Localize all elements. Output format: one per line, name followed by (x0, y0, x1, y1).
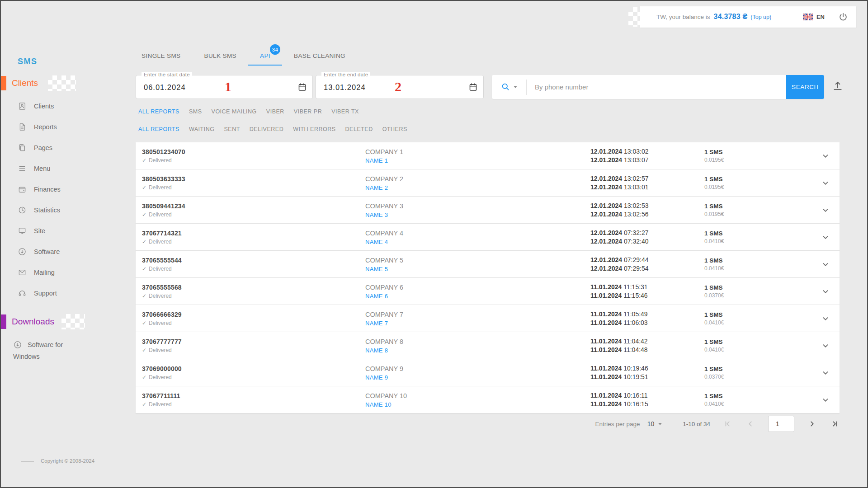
report-row[interactable]: 380503633333 ✓Delivered COMPANY 2 NAME 2… (136, 169, 840, 197)
tab-bulk-sms[interactable]: BULK SMS (193, 46, 248, 66)
page-number-input[interactable] (768, 416, 794, 432)
sidebar-item-software-for-windows[interactable]: Software for Windows (13, 339, 81, 362)
sms-count: 1 SMS (704, 311, 724, 318)
report-row[interactable]: 37065555568 ✓Delivered COMPANY 6 NAME 6 … (136, 278, 840, 305)
next-page-button[interactable] (807, 419, 817, 429)
filter-waiting[interactable]: WAITING (189, 126, 215, 132)
sidebar-item-software[interactable]: Software (1, 241, 127, 262)
filter-voice-mailing[interactable]: VOICE MAILING (212, 108, 257, 115)
first-page-button[interactable] (723, 419, 733, 429)
last-page-icon (830, 419, 840, 429)
sidebar-item-statistics[interactable]: Statistics (1, 200, 127, 221)
row-expand-button[interactable] (821, 151, 830, 161)
app-viewport: TW, your balance is 34.3783 ₴ (Top up) E… (0, 0, 868, 488)
sidebar-section-clients[interactable]: Clients (1, 76, 76, 90)
row-expand-button[interactable] (821, 341, 830, 351)
start-date-value[interactable]: 06.01.2024 (144, 83, 186, 91)
tab-api[interactable]: API 34 (248, 46, 282, 66)
report-row[interactable]: 37065555544 ✓Delivered COMPANY 5 NAME 5 … (136, 251, 840, 278)
row-expand-button[interactable] (821, 286, 830, 296)
chevron-down-icon (821, 314, 830, 324)
start-date-picker-button[interactable] (297, 82, 307, 92)
top-bar: TW, your balance is 34.3783 ₴ (Top up) E… (640, 6, 856, 28)
filter-all-reports[interactable]: ALL REPORTS (138, 108, 179, 115)
filter-all-reports[interactable]: ALL REPORTS (138, 126, 179, 132)
brand-sms[interactable]: SMS (18, 57, 38, 66)
row-expand-button[interactable] (821, 205, 830, 215)
sms-price: 0.0410€ (704, 265, 724, 272)
report-row[interactable]: 37067777777 ✓Delivered COMPANY 8 NAME 8 … (136, 332, 840, 359)
search-input[interactable] (527, 75, 786, 99)
row-expand-button[interactable] (821, 178, 830, 188)
filter-sms[interactable]: SMS (189, 108, 202, 115)
sidebar-section-downloads[interactable]: Downloads (1, 314, 85, 329)
phone-number: 380503633333 (142, 175, 185, 183)
check-icon: ✓ (142, 266, 146, 272)
start-date-field[interactable]: Enter the start date 06.01.2024 1 (136, 75, 313, 99)
report-row[interactable]: 380509441234 ✓Delivered COMPANY 3 NAME 3… (136, 197, 840, 224)
per-page-select[interactable]: 10 (647, 420, 662, 427)
sidebar-item-menu[interactable]: Menu (1, 158, 127, 179)
report-row[interactable]: 380501234070 ✓Delivered COMPANY 1 NAME 1… (136, 142, 840, 169)
sender-name-link[interactable]: NAME 4 (365, 238, 403, 245)
report-row[interactable]: 37066666329 ✓Delivered COMPANY 7 NAME 7 … (136, 305, 840, 332)
report-row[interactable]: 37069000000 ✓Delivered COMPANY 9 NAME 9 … (136, 359, 840, 386)
language-switcher[interactable]: EN (803, 14, 825, 20)
chevron-down-icon (821, 178, 830, 188)
tab-base-cleaning[interactable]: BASE CLEANING (282, 46, 357, 66)
phone-cell: 380509441234 ✓Delivered (142, 202, 185, 218)
filter-deleted[interactable]: DELETED (345, 126, 373, 132)
chevron-down-icon (514, 86, 517, 88)
row-expand-button[interactable] (821, 259, 830, 269)
topup-link[interactable]: (Top up) (750, 14, 771, 20)
sender-name-link[interactable]: NAME 7 (365, 319, 403, 326)
filter-viber-pr[interactable]: VIBER PR (294, 108, 322, 115)
filter-sent[interactable]: SENT (224, 126, 240, 132)
sender-name-link[interactable]: NAME 6 (365, 292, 403, 299)
row-expand-button[interactable] (821, 368, 830, 378)
sender-name-link[interactable]: NAME 8 (365, 347, 403, 353)
export-upload-button[interactable] (832, 80, 846, 94)
sidebar-item-pages[interactable]: Pages (1, 137, 127, 158)
row-expand-button[interactable] (821, 395, 830, 405)
sender-name-link[interactable]: NAME 5 (365, 265, 403, 272)
sidebar-item-reports[interactable]: Reports (1, 117, 127, 137)
sidebar-item-label: Finances (34, 186, 61, 193)
report-row[interactable]: 37067711111 ✓Delivered COMPANY 10 NAME 1… (136, 386, 840, 413)
sender-name-link[interactable]: NAME 10 (365, 401, 407, 408)
sidebar-item-mailing[interactable]: Mailing (1, 262, 127, 283)
sender-name-link[interactable]: NAME 9 (365, 374, 403, 380)
last-page-button[interactable] (830, 419, 840, 429)
filter-with-errors[interactable]: WITH ERRORS (293, 126, 335, 132)
search-button[interactable]: SEARCH (786, 75, 824, 99)
filter-others[interactable]: OTHERS (382, 126, 407, 132)
company-cell: COMPANY 2 NAME 2 (365, 175, 403, 191)
previous-page-button[interactable] (745, 419, 755, 429)
balance-amount[interactable]: 34.3783 ₴ (714, 13, 748, 21)
tab-single-sms[interactable]: SINGLE SMS (130, 46, 193, 66)
sender-name-link[interactable]: NAME 3 (365, 211, 403, 218)
search-type-dropdown[interactable] (492, 75, 526, 99)
sent-timestamp: 12.01.2024 07:29:44 (590, 256, 648, 264)
sender-name-link[interactable]: NAME 2 (365, 184, 403, 191)
end-date-field[interactable]: Enter the end date 13.01.2024 2 (316, 75, 484, 99)
sidebar-item-site[interactable]: Site (1, 221, 127, 241)
company-label: COMPANY 6 (365, 283, 403, 291)
sent-timestamp: 12.01.2024 07:32:27 (590, 229, 648, 237)
sidebar-item-support[interactable]: Support (1, 283, 127, 304)
row-expand-button[interactable] (821, 232, 830, 242)
status-label: Delivered (149, 347, 172, 353)
filter-delivered[interactable]: DELIVERED (250, 126, 283, 132)
filter-viber-tx[interactable]: VIBER TX (331, 108, 359, 115)
report-row[interactable]: 37067714321 ✓Delivered COMPANY 4 NAME 4 … (136, 224, 840, 251)
filter-viber[interactable]: VIBER (266, 108, 284, 115)
sidebar-item-clients[interactable]: Clients (1, 96, 127, 117)
sms-tabs: SINGLE SMS BULK SMS API 34 BASE CLEANING (130, 46, 357, 66)
row-expand-button[interactable] (821, 314, 830, 324)
sidebar-item-finances[interactable]: Finances (1, 179, 127, 200)
end-date-value[interactable]: 13.01.2024 (324, 83, 366, 91)
logout-button[interactable] (838, 12, 848, 22)
end-date-picker-button[interactable] (468, 82, 478, 92)
sender-name-link[interactable]: NAME 1 (365, 157, 403, 164)
delivery-status: ✓Delivered (142, 211, 185, 218)
